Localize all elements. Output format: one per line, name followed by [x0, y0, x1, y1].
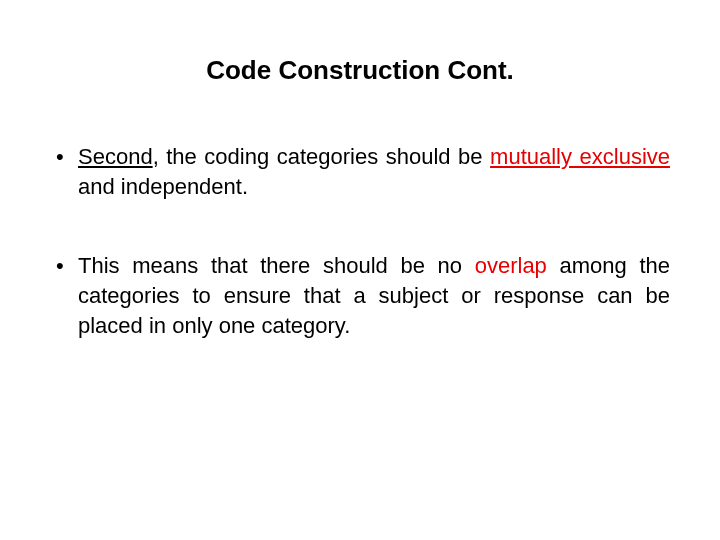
bullet-1-text-a: , the coding categories should be: [153, 144, 490, 169]
bullet-list: Second, the coding categories should be …: [50, 142, 670, 340]
bullet-item-1: Second, the coding categories should be …: [50, 142, 670, 201]
underlined-word-second: Second: [78, 144, 153, 169]
bullet-1-text-b: and independent.: [78, 174, 248, 199]
bullet-item-2: This means that there should be no overl…: [50, 251, 670, 340]
slide-title: Code Construction Cont.: [50, 55, 670, 86]
red-word-overlap: overlap: [475, 253, 547, 278]
underlined-red-mutually-exclusive: mutually exclusive: [490, 144, 670, 169]
bullet-2-text-a: This means that there should be no: [78, 253, 475, 278]
